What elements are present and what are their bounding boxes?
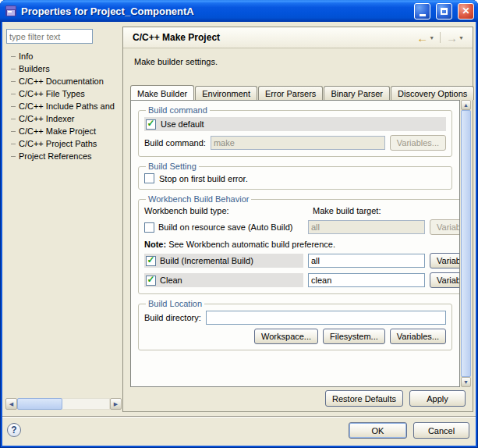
minimize-icon [420,14,426,16]
tree-item-project-references[interactable]: Project References [6,150,121,162]
clean-checkbox[interactable]: ✓ [146,276,156,286]
auto-build-label-box: ✓ Build on resource save (Auto Build) [144,222,303,233]
tree-branch-icon [11,144,16,144]
build-setting-legend: Build Setting [146,162,199,171]
build-location-buttons: Workspace... Filesystem... Variables... [144,329,446,344]
build-directory-label: Build directory: [144,313,201,322]
forward-dropdown-icon: ▼ [459,35,464,41]
tab-content: Build command ✓ Use default Build comman… [130,100,460,387]
build-command-input[interactable] [211,136,385,150]
tab-binary-parser[interactable]: Binary Parser [324,86,390,100]
build-location-group: Build Location Build directory: Workspac… [138,299,452,350]
tree-item-label: C/C++ Indexer [19,112,75,125]
scroll-down-button[interactable]: ▼ [461,377,471,387]
tree-item-label: C/C++ Project Paths [19,137,97,150]
incremental-build-checkbox[interactable]: ✓ [146,256,156,266]
help-button[interactable]: ? [7,423,21,437]
check-icon: ✓ [147,255,154,265]
filter-input[interactable] [6,29,93,44]
tree-item-label: C/C++ File Types [19,87,85,100]
tree-item-cpp-indexer[interactable]: C/C++ Indexer [6,112,121,125]
use-default-checkbox[interactable]: ✓ [146,119,156,130]
window-title: Properties for Project_ComponentA [21,5,409,17]
build-target-column-label: Make build target: [313,206,381,215]
page-header: C/C++ Make Project ← ▼ → ▼ [123,27,473,48]
tree-branch-icon [11,81,16,82]
tree-item-cpp-documentation[interactable]: C/C++ Documentation [6,75,121,87]
page-button-bar: Restore Defaults Apply [325,390,466,407]
tree-branch-icon [11,106,16,107]
tab-environment[interactable]: Environment [195,86,257,100]
h-scroll-thumb[interactable] [17,398,62,410]
minimize-button[interactable] [414,3,430,20]
tree-item-label: C/C++ Documentation [19,75,104,87]
tree-branch-icon [11,131,16,132]
back-dropdown-icon: ▼ [429,35,434,41]
scroll-right-button[interactable]: ▶ [110,398,122,410]
tree-horizontal-scrollbar[interactable]: ◀ ▶ [5,398,122,410]
auto-build-row: ✓ Build on resource save (Auto Build) Va… [144,219,460,235]
tree-item-cpp-include-paths[interactable]: C/C++ Include Paths and [6,100,121,112]
stop-on-error-checkbox[interactable]: ✓ [144,173,154,183]
tree-item-label: C/C++ Make Project [19,125,96,137]
tab-discovery-options[interactable]: Discovery Options [391,86,474,100]
build-command-row: Build command: Variables... [144,135,446,151]
tab-error-parsers[interactable]: Error Parsers [258,86,323,100]
auto-build-checkbox[interactable]: ✓ [144,222,154,233]
build-directory-row: Build directory: [144,311,446,325]
tree-branch-icon [11,119,16,119]
tree-item-label: Project References [19,150,92,162]
use-default-row: ✓ Use default [144,117,446,131]
tree-item-builders[interactable]: Builders [6,62,121,75]
incremental-build-target-input[interactable] [308,254,425,268]
back-icon: ← [416,32,428,44]
page-vertical-scrollbar[interactable]: ▲ ▼ [461,100,471,387]
scroll-left-button[interactable]: ◀ [5,398,17,410]
close-icon: ✕ [462,6,469,16]
ok-button[interactable]: OK [349,422,407,439]
build-command-legend: Build command [146,105,210,115]
close-button[interactable]: ✕ [458,3,474,20]
build-directory-input[interactable] [206,311,446,325]
scroll-up-button[interactable]: ▲ [461,100,471,110]
filesystem-button[interactable]: Filesystem... [323,329,385,344]
incremental-build-label-box: ✓ Build (Incremental Build) [144,254,303,268]
v-scroll-track[interactable] [461,110,471,377]
back-button[interactable]: ← ▼ [414,31,437,44]
apply-button[interactable]: Apply [409,390,466,407]
stop-on-error-row: ✓ Stop on first build error. [144,173,446,183]
auto-build-target-input[interactable] [308,220,425,234]
v-scroll-thumb[interactable] [461,110,471,377]
maximize-button[interactable] [436,3,452,20]
build-location-legend: Build Location [146,299,204,308]
tree-branch-icon [11,94,16,94]
stop-on-error-label: Stop on first build error. [159,174,248,183]
restore-defaults-button[interactable]: Restore Defaults [325,390,403,407]
incremental-build-variables-button[interactable]: Variables... [430,253,460,268]
build-location-variables-button[interactable]: Variables... [390,329,446,344]
workbench-legend: Workbench Build Behavior [146,194,251,204]
titlebar[interactable]: Properties for Project_ComponentA ✕ [0,0,478,22]
tree-item-cpp-make-project[interactable]: C/C++ Make Project [6,125,121,137]
footer-separator [2,416,476,418]
build-command-group: Build command ✓ Use default Build comman… [138,105,452,157]
clean-variables-button[interactable]: Variables... [430,272,460,288]
note-line: Note: See Workbench automatic build pref… [144,240,460,249]
auto-build-variables-button[interactable]: Variables... [430,219,460,235]
build-command-variables-button[interactable]: Variables... [390,135,446,151]
tree-item-cpp-project-paths[interactable]: C/C++ Project Paths [6,137,121,150]
h-scroll-track[interactable] [17,398,110,410]
incremental-build-row: ✓ Build (Incremental Build) Variables... [144,253,460,268]
build-setting-group: Build Setting ✓ Stop on first build erro… [138,162,452,190]
preferences-tree: Info Builders C/C++ Documentation C/C++ … [6,50,121,162]
tab-make-builder[interactable]: Make Builder [130,85,194,100]
clean-target-input[interactable] [308,273,425,287]
tree-item-cpp-file-types[interactable]: C/C++ File Types [6,87,121,100]
forward-button[interactable]: → ▼ [444,31,466,44]
workspace-button[interactable]: Workspace... [254,329,318,344]
cancel-button[interactable]: Cancel [413,422,469,439]
auto-build-label: Build on resource save (Auto Build) [158,222,292,232]
workbench-column-headers: Workbench build type: Make build target: [144,206,460,215]
tree-branch-icon [11,56,16,57]
tree-item-info[interactable]: Info [6,50,121,62]
